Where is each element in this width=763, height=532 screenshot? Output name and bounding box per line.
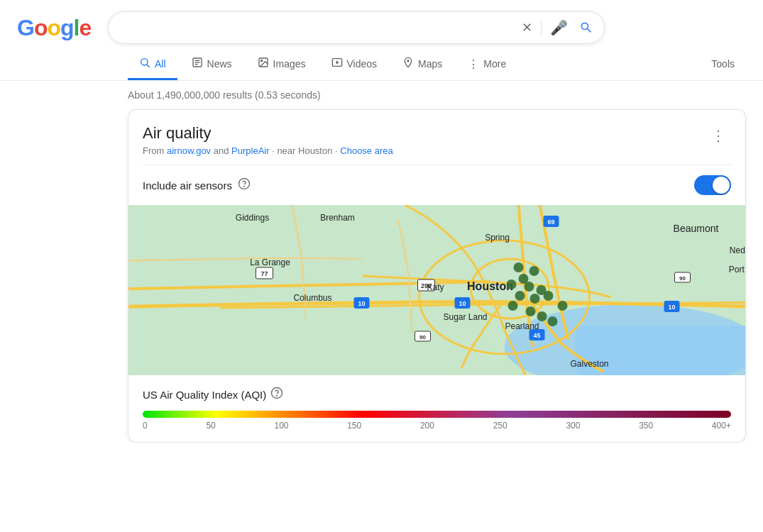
toggle-knob: [713, 177, 730, 194]
card-title: Air quality: [143, 124, 393, 143]
svg-point-53: [529, 266, 539, 276]
aqi-help-icon[interactable]: [270, 387, 283, 402]
air-quality-map[interactable]: 69 10 10 10 290 77 90 10 45: [128, 205, 745, 375]
card-header: Air quality From airnow.gov and PurpleAi…: [128, 110, 745, 165]
nav-item-all[interactable]: All: [128, 50, 177, 80]
svg-point-62: [526, 306, 536, 316]
svg-text:Nederland: Nederland: [730, 245, 745, 255]
svg-text:Brenham: Brenham: [320, 213, 355, 223]
svg-point-55: [507, 279, 517, 289]
map-svg: 69 10 10 10 290 77 90 10 45: [128, 205, 745, 375]
more-icon: ⋮: [468, 57, 479, 71]
more-options-button[interactable]: ⋮: [706, 124, 731, 147]
svg-text:Columbus: Columbus: [293, 293, 331, 303]
logo-letter-e: e: [79, 15, 91, 40]
svg-marker-9: [336, 60, 339, 64]
svg-text:90: 90: [419, 334, 426, 340]
svg-text:Spring: Spring: [485, 233, 510, 243]
nav-item-more[interactable]: ⋮ More: [456, 50, 517, 80]
aqi-title: US Air Quality Index (AQI): [143, 387, 731, 402]
svg-text:Katy: Katy: [427, 282, 444, 292]
card-subtitle: From airnow.gov and PurpleAir · near Hou…: [143, 145, 393, 156]
maps-icon: [402, 57, 414, 71]
svg-point-52: [514, 262, 524, 272]
logo-letter-g2: g: [60, 15, 74, 40]
svg-text:Houston: Houston: [467, 280, 513, 292]
svg-text:77: 77: [260, 270, 268, 277]
search-bar-container: air quality houston ✕ 🎤: [108, 11, 605, 44]
nav-item-news[interactable]: News: [180, 50, 243, 80]
svg-text:La Grange: La Grange: [250, 257, 290, 267]
logo-letter-o2: o: [47, 15, 60, 40]
svg-text:69: 69: [547, 218, 554, 226]
svg-text:10: 10: [358, 300, 365, 307]
svg-text:10: 10: [459, 300, 466, 307]
sensors-label: Include air sensors: [143, 177, 251, 193]
air-sensors-toggle[interactable]: [694, 175, 731, 195]
voice-search-button[interactable]: 🎤: [547, 16, 571, 39]
videos-icon: [331, 57, 343, 71]
svg-text:Sugar Land: Sugar Land: [443, 312, 487, 322]
svg-text:Pearland: Pearland: [505, 321, 539, 331]
svg-text:Beaumont: Beaumont: [674, 223, 719, 234]
submit-search-button[interactable]: [576, 18, 596, 38]
svg-point-63: [537, 311, 547, 321]
aqi-labels: 0 50 100 150 200 250 300 350 400+: [143, 421, 731, 431]
google-logo[interactable]: Google: [17, 15, 91, 41]
svg-text:10: 10: [668, 304, 675, 311]
search-nav: All News Images Videos Maps ⋮ More Tools: [0, 44, 763, 81]
all-icon: [139, 57, 150, 71]
logo-letter-o1: o: [34, 15, 48, 40]
svg-text:Galveston: Galveston: [570, 359, 608, 369]
tools-button[interactable]: Tools: [700, 51, 746, 79]
nav-item-videos[interactable]: Videos: [320, 50, 389, 80]
logo-letter-g: G: [17, 15, 34, 40]
sensors-help-icon[interactable]: [238, 177, 251, 193]
svg-point-58: [515, 291, 525, 301]
aqi-bar-container: 0 50 100 150 200 250 300 350 400+: [143, 411, 731, 431]
aqi-bar: [143, 411, 731, 418]
svg-point-56: [525, 282, 534, 292]
subtitle-from: From: [143, 145, 164, 156]
aqi-section: US Air Quality Index (AQI) 0 50 100 150 …: [128, 375, 745, 442]
clear-search-button[interactable]: ✕: [519, 17, 535, 38]
source2-link[interactable]: PurpleAir: [231, 145, 269, 156]
subtitle-near: · near Houston ·: [272, 145, 338, 156]
svg-point-65: [558, 301, 568, 311]
search-icon-divider: [541, 19, 542, 36]
svg-point-64: [548, 316, 558, 326]
subtitle-and: and: [214, 145, 231, 156]
svg-point-61: [508, 301, 518, 311]
svg-point-0: [141, 59, 148, 65]
svg-text:Port Arthur: Port Arthur: [729, 265, 745, 275]
svg-text:90: 90: [679, 275, 686, 282]
svg-point-59: [530, 294, 540, 304]
air-quality-card: Air quality From airnow.gov and PurpleAi…: [128, 109, 746, 443]
results-count: About 1,490,000,000 results (0.53 second…: [0, 81, 763, 109]
card-title-section: Air quality From airnow.gov and PurpleAi…: [143, 124, 393, 156]
svg-point-7: [260, 60, 262, 62]
source1-link[interactable]: airnow.gov: [167, 145, 211, 156]
header: Google air quality houston ✕ 🎤: [0, 0, 763, 44]
news-icon: [192, 57, 203, 71]
search-action-icons: ✕ 🎤: [519, 16, 596, 39]
card-sensors-row: Include air sensors: [128, 165, 745, 205]
svg-point-10: [407, 60, 409, 62]
svg-line-1: [147, 65, 150, 67]
nav-item-images[interactable]: Images: [246, 50, 317, 80]
svg-point-60: [544, 291, 554, 301]
nav-item-maps[interactable]: Maps: [391, 50, 454, 80]
choose-area-link[interactable]: Choose area: [340, 145, 393, 156]
svg-text:Giddings: Giddings: [236, 213, 269, 223]
images-icon: [258, 57, 269, 71]
svg-text:45: 45: [533, 332, 540, 339]
